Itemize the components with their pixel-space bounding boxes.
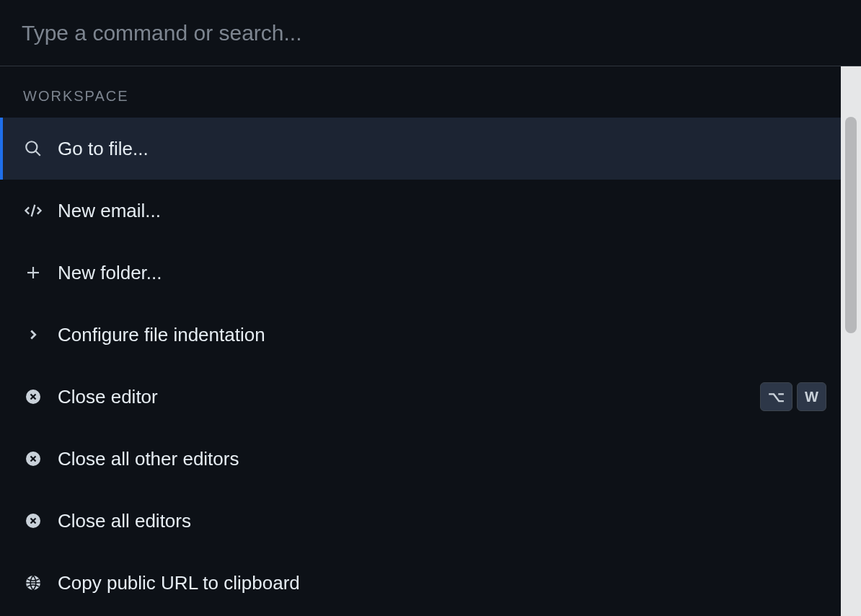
svg-point-0 [26,141,37,152]
command-label: Configure file indentation [58,324,826,346]
shortcut-keys: ⌥ W [760,382,826,411]
globe-icon [23,573,43,593]
close-circle-icon [23,511,43,531]
svg-line-2 [32,205,35,216]
code-icon [23,201,43,221]
command-list: WORKSPACE Go to file... New email... [0,66,861,616]
search-bar [0,0,861,66]
plus-icon [23,263,43,283]
command-new-email[interactable]: New email... [0,180,849,242]
command-go-to-file[interactable]: Go to file... [0,118,849,180]
key-w: W [797,382,826,411]
command-label: New folder... [58,262,826,284]
command-new-folder[interactable]: New folder... [0,242,849,304]
command-label: Close all other editors [58,448,826,470]
key-option: ⌥ [760,382,792,411]
close-circle-icon [23,387,43,407]
command-copy-public-url[interactable]: Copy public URL to clipboard [0,552,849,614]
command-label: Close all editors [58,510,826,532]
command-label: Go to file... [58,138,826,160]
close-circle-icon [23,449,43,469]
chevron-right-icon [23,325,43,345]
section-header-workspace: WORKSPACE [0,66,849,118]
command-palette: WORKSPACE Go to file... New email... [0,0,861,616]
svg-line-1 [35,151,40,156]
command-close-other-editors[interactable]: Close all other editors [0,428,849,490]
command-close-editor[interactable]: Close editor ⌥ W [0,366,849,428]
command-close-all-editors[interactable]: Close all editors [0,490,849,552]
command-label: Close editor [58,386,760,408]
scrollbar-track[interactable] [841,66,861,616]
command-label: New email... [58,200,826,222]
command-configure-indentation[interactable]: Configure file indentation [0,304,849,366]
command-search-input[interactable] [22,21,839,45]
search-icon [23,138,43,159]
scrollbar-thumb[interactable] [845,117,857,333]
command-label: Copy public URL to clipboard [58,572,826,594]
